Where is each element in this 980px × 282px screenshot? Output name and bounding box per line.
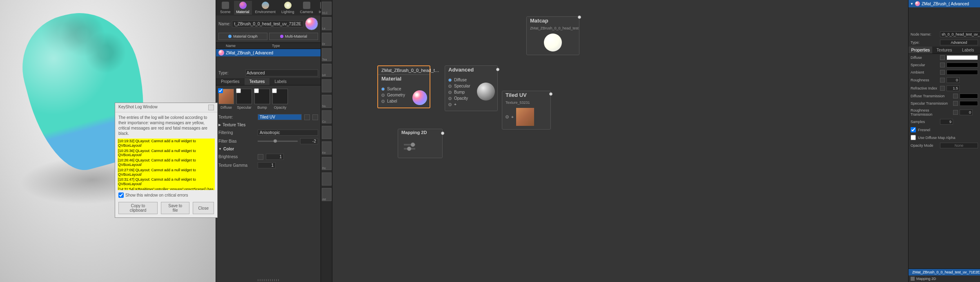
use-diffuse-map-alpha-checkbox[interactable]: Use Diffuse Map Alpha bbox=[909, 134, 980, 141]
specular-transmission-color[interactable] bbox=[960, 101, 978, 106]
link-icon[interactable] bbox=[258, 154, 263, 160]
texture-select[interactable]: Tiled UV bbox=[258, 114, 302, 120]
subtab-textures[interactable]: Textures bbox=[245, 78, 270, 85]
strip-thumb[interactable]: Le bbox=[322, 17, 332, 30]
node-name-input[interactable] bbox=[940, 31, 980, 37]
subtab-labels[interactable]: Labels bbox=[270, 78, 291, 85]
material-type-select[interactable]: Advanced bbox=[245, 69, 318, 76]
strip-thumb[interactable]: juli bbox=[322, 64, 332, 77]
filtering-select[interactable]: Anisotropic bbox=[258, 130, 318, 136]
log-window[interactable]: KeyShot Log Window The entries of the lo… bbox=[115, 103, 218, 218]
texture-gamma-input[interactable] bbox=[258, 162, 276, 168]
refresh-icon[interactable] bbox=[312, 114, 318, 120]
texture-icon[interactable] bbox=[940, 86, 945, 91]
mapping-sliders[interactable] bbox=[401, 139, 418, 154]
node-tiled-uv[interactable]: Tiled UV Texture_53231 + bbox=[502, 91, 551, 130]
tab-camera[interactable]: Camera bbox=[298, 1, 316, 15]
strip-thumb[interactable] bbox=[322, 79, 332, 92]
output-port[interactable] bbox=[496, 68, 499, 71]
texture-slot-specular[interactable]: Specular bbox=[236, 89, 252, 110]
diffuse-checkbox[interactable] bbox=[218, 88, 223, 93]
subtab-properties[interactable]: Properties bbox=[216, 78, 245, 85]
fresnel-checkbox[interactable]: Fresnel bbox=[909, 126, 980, 134]
texture-slot-bump[interactable]: Bump bbox=[254, 89, 270, 110]
node-mapping-2d[interactable]: Mapping 2D bbox=[398, 129, 443, 158]
tab-scene[interactable]: Scene bbox=[218, 1, 233, 15]
diffuse-color[interactable] bbox=[947, 55, 978, 60]
texture-icon[interactable] bbox=[953, 101, 958, 106]
filter-bias-input[interactable] bbox=[300, 138, 318, 144]
samples-input[interactable] bbox=[940, 119, 953, 125]
save-file-button[interactable]: Save to file bbox=[161, 202, 189, 214]
refractive-index-input[interactable] bbox=[947, 85, 960, 91]
texture-icon[interactable] bbox=[940, 63, 945, 67]
node-advanced[interactable]: Advanced Diffuse Specular Bump Opacity + bbox=[445, 65, 498, 111]
strip-thumb[interactable]: Tea bbox=[322, 48, 332, 61]
texture-slot-diffuse[interactable]: Diffuse bbox=[218, 89, 234, 110]
texture-slot-opacity[interactable]: Opacity bbox=[272, 89, 288, 110]
show-on-critical-checkbox[interactable]: Show this window on critical errors bbox=[118, 192, 188, 198]
material-preview-ball[interactable] bbox=[305, 17, 318, 30]
material-name-input[interactable] bbox=[232, 20, 303, 27]
render-viewport[interactable]: KeyShot Log Window The entries of the lo… bbox=[0, 0, 216, 282]
strip-thumb[interactable]: Ke bbox=[322, 141, 332, 154]
close-icon[interactable] bbox=[208, 105, 214, 110]
material-list-row[interactable]: ZMat_ZBrush_( Advanced bbox=[216, 49, 321, 56]
output-port[interactable] bbox=[441, 132, 444, 135]
opacity-checkbox[interactable] bbox=[272, 88, 277, 93]
rp-tab-labels[interactable]: Labels bbox=[956, 47, 980, 54]
show-on-critical-input[interactable] bbox=[118, 192, 124, 198]
strip-thumb[interactable]: Dr bbox=[322, 33, 332, 46]
col-name[interactable]: Name bbox=[226, 44, 272, 48]
folder-icon[interactable] bbox=[304, 114, 310, 120]
output-port[interactable] bbox=[549, 92, 552, 96]
strip-thumb[interactable]: Re bbox=[322, 157, 332, 170]
tab-environment[interactable]: Environment bbox=[253, 1, 278, 15]
port-add[interactable]: + bbox=[506, 114, 514, 120]
strip-thumb[interactable]: Nu bbox=[322, 95, 332, 108]
ambient-color[interactable] bbox=[947, 70, 978, 75]
port-add[interactable]: + bbox=[448, 101, 494, 107]
roughness-transmission-input[interactable] bbox=[960, 110, 973, 115]
roughness-input[interactable] bbox=[947, 77, 960, 83]
node-list-item[interactable]: ZMat_ZBrush_0_0_head_test_uv_71E2EA52T bbox=[909, 269, 980, 275]
strip-thumb[interactable] bbox=[322, 172, 332, 186]
specular-color[interactable] bbox=[947, 63, 978, 67]
scene-tree-item[interactable]: ▼ ZMat_ZBrush_( Advanced bbox=[909, 0, 980, 7]
multi-material-button[interactable]: Multi-Material bbox=[269, 33, 318, 40]
filter-bias-slider[interactable] bbox=[258, 141, 298, 142]
opacity-mode-select[interactable]: None bbox=[940, 143, 978, 148]
tab-material[interactable]: Material bbox=[234, 1, 252, 15]
material-graph-canvas[interactable]: Matcap ZMat_ZBrush_0_0_head_test ZMat_ZB… bbox=[332, 0, 908, 282]
port-diffuse[interactable]: Diffuse bbox=[448, 77, 494, 83]
resize-handle[interactable] bbox=[258, 279, 278, 281]
strip-thumb[interactable] bbox=[322, 126, 332, 139]
rp-tab-properties[interactable]: Properties bbox=[909, 47, 932, 54]
texture-tiles-section[interactable]: ▶Texture Tiles bbox=[216, 121, 321, 128]
texture-icon[interactable] bbox=[953, 94, 958, 98]
diffuse-transmission-color[interactable] bbox=[960, 94, 978, 98]
node-matcap[interactable]: Matcap ZMat_ZBrush_0_0_head_test bbox=[526, 16, 579, 55]
material-graph-button[interactable]: Material Graph bbox=[218, 33, 267, 40]
col-type[interactable]: Type bbox=[272, 44, 318, 48]
strip-thumb[interactable]: del bbox=[322, 188, 332, 201]
texture-icon[interactable] bbox=[940, 70, 945, 75]
strip-thumb[interactable]: Co bbox=[322, 110, 332, 123]
node-list-item[interactable]: Mapping 2D bbox=[909, 275, 980, 282]
close-button[interactable]: Close bbox=[193, 202, 214, 214]
rp-tab-textures[interactable]: Textures bbox=[932, 47, 956, 54]
log-window-titlebar[interactable]: KeyShot Log Window bbox=[115, 103, 217, 112]
tab-lighting[interactable]: Lighting bbox=[279, 1, 297, 15]
strip-thumb[interactable]: VLC bbox=[322, 2, 332, 15]
copy-clipboard-button[interactable]: Copy to clipboard bbox=[118, 202, 158, 214]
node-material[interactable]: ZMat_ZBrush_0_0_head_t… Material Surface… bbox=[377, 65, 430, 108]
color-section[interactable]: ▼Color bbox=[216, 145, 321, 152]
brightness-input[interactable] bbox=[266, 154, 284, 160]
bump-checkbox[interactable] bbox=[254, 88, 259, 93]
texture-icon[interactable] bbox=[953, 110, 958, 115]
texture-icon[interactable] bbox=[940, 78, 945, 83]
type-select[interactable]: Advanced bbox=[940, 40, 978, 45]
output-port[interactable] bbox=[578, 16, 581, 19]
log-body[interactable]: [10:19:32] QLayout: Cannot add a null wi… bbox=[118, 139, 215, 190]
specular-checkbox[interactable] bbox=[236, 88, 241, 93]
